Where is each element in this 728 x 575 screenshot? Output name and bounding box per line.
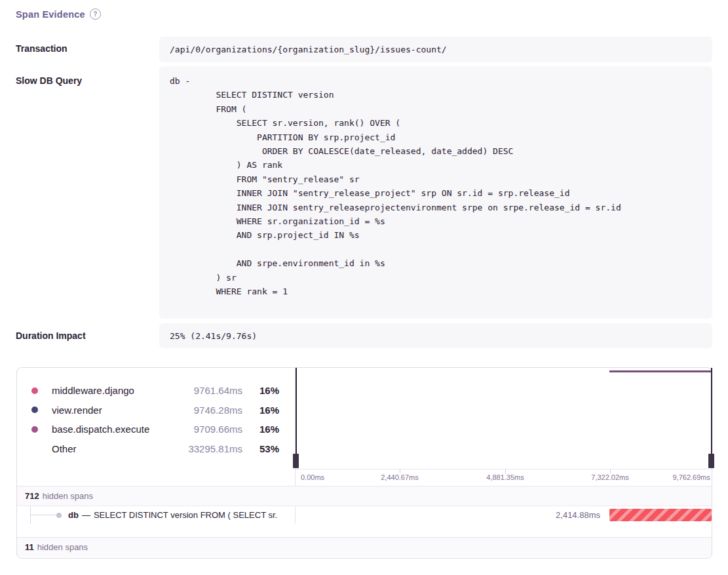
legend-percent: 16% bbox=[250, 424, 279, 435]
page-title: Span Evidence bbox=[16, 9, 85, 20]
legend-duration: 9709.66ms bbox=[169, 424, 242, 435]
legend-percent: 16% bbox=[250, 385, 279, 396]
duration-impact-value: 25% (2.41s/9.76s) bbox=[159, 323, 712, 348]
field-label-slow-db-query: Slow DB Query bbox=[16, 75, 82, 86]
slow-db-query-value: db - SELECT DISTINCT version FROM ( SELE… bbox=[159, 66, 712, 307]
hidden-spans-label: hidden spans bbox=[43, 491, 93, 501]
legend-percent: 53% bbox=[250, 443, 279, 454]
span-tree-row-db[interactable]: db — SELECT DISTINCT version FROM ( SELE… bbox=[17, 506, 712, 524]
span-description-cell: db — SELECT DISTINCT version FROM ( SELE… bbox=[17, 506, 296, 524]
legend-dot-icon bbox=[31, 445, 38, 452]
span-op: db bbox=[68, 510, 79, 520]
axis-label: 9,762.69ms bbox=[673, 473, 710, 481]
span-evidence-page: Span Evidence ? Transaction /api/0/organ… bbox=[0, 0, 728, 575]
legend-row-other[interactable]: Other 33295.81ms 53% bbox=[17, 439, 295, 459]
minimap-right-handle-grip[interactable] bbox=[708, 454, 714, 468]
tree-dot-icon bbox=[56, 513, 62, 518]
field-label-duration-impact: Duration Impact bbox=[16, 330, 86, 341]
legend-dot-icon bbox=[31, 426, 38, 433]
axis-label: 4,881.35ms bbox=[486, 473, 524, 481]
legend-panel: middleware.django 9761.64ms 16% view.ren… bbox=[17, 368, 296, 502]
span-duration-label: 2,414.88ms bbox=[556, 506, 600, 524]
legend-duration: 9746.28ms bbox=[169, 405, 242, 416]
hidden-spans-count: 712 bbox=[25, 491, 39, 501]
legend-duration: 33295.81ms bbox=[169, 443, 242, 454]
legend-label: Other bbox=[52, 443, 169, 454]
span-duration-bar[interactable] bbox=[609, 509, 712, 521]
legend-duration: 9761.64ms bbox=[169, 385, 242, 396]
legend-row-middleware-django[interactable]: middleware.django 9761.64ms 16% bbox=[17, 381, 295, 401]
span-breakdown-panel: middleware.django 9761.64ms 16% view.ren… bbox=[16, 367, 712, 559]
tree-connector-line bbox=[30, 515, 56, 515]
time-axis: 0.00ms 2,440.67ms 4,881.35ms 7,322.02ms … bbox=[296, 469, 713, 486]
legend-label: view.render bbox=[52, 405, 169, 416]
hidden-spans-row-before[interactable]: 712 hidden spans bbox=[17, 486, 712, 506]
field-label-transaction: Transaction bbox=[16, 43, 67, 54]
hidden-spans-count: 11 bbox=[25, 542, 34, 552]
axis-label: 2,440.67ms bbox=[381, 473, 418, 481]
span-description: SELECT DISTINCT version FROM ( SELECT sr… bbox=[94, 510, 277, 520]
legend-dot-icon bbox=[31, 387, 38, 394]
hidden-spans-label: hidden spans bbox=[37, 542, 88, 552]
minimap: 0.00ms 2,440.67ms 4,881.35ms 7,322.02ms … bbox=[296, 368, 713, 502]
minimap-left-handle-grip[interactable] bbox=[293, 454, 299, 468]
axis-label: 0.00ms bbox=[301, 473, 324, 481]
hidden-spans-row-after[interactable]: 11 hidden spans bbox=[17, 537, 712, 557]
slow-db-query-block: db - SELECT DISTINCT version FROM ( SELE… bbox=[159, 66, 712, 319]
transaction-value: /api/0/organizations/{organization_slug}… bbox=[159, 37, 712, 62]
legend-percent: 16% bbox=[250, 405, 279, 416]
help-icon[interactable]: ? bbox=[90, 9, 101, 20]
minimap-span-bar bbox=[609, 370, 712, 372]
axis-label: 7,322.02ms bbox=[591, 473, 628, 481]
span-separator: — bbox=[82, 510, 90, 520]
legend-row-view-render[interactable]: view.render 9746.28ms 16% bbox=[17, 401, 295, 420]
legend-dot-icon bbox=[31, 406, 38, 413]
legend-row-base-dispatch-execute[interactable]: base.dispatch.execute 9709.66ms 16% bbox=[17, 420, 295, 439]
legend-label: base.dispatch.execute bbox=[52, 424, 169, 435]
legend-label: middleware.django bbox=[52, 385, 169, 396]
section-header: Span Evidence ? bbox=[16, 9, 101, 20]
